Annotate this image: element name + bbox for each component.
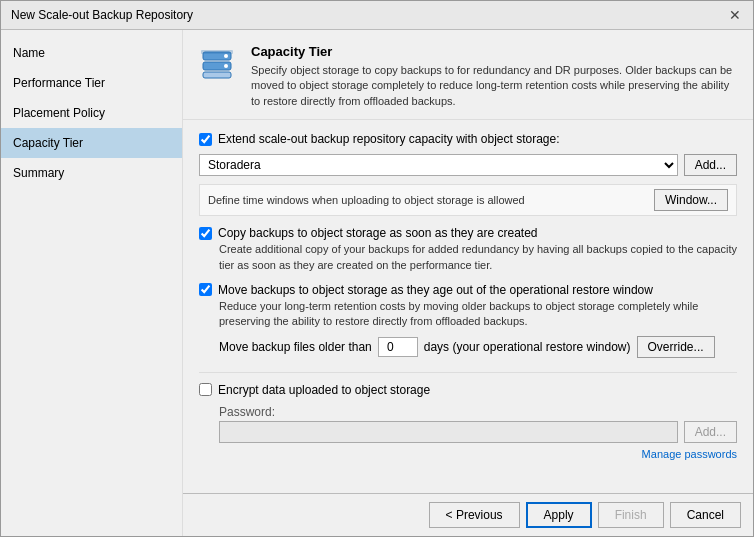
svg-point-4 — [224, 64, 228, 68]
copy-label: Copy backups to object storage as soon a… — [218, 226, 538, 240]
copy-checkbox[interactable] — [199, 227, 212, 240]
copy-description: Create additional copy of your backups f… — [219, 242, 737, 273]
sidebar: Name Performance Tier Placement Policy C… — [1, 30, 183, 536]
sidebar-item-name[interactable]: Name — [1, 38, 182, 68]
capacity-tier-icon — [199, 44, 239, 84]
define-time-text: Define time windows when uploading to ob… — [208, 194, 525, 206]
add-storage-button[interactable]: Add... — [684, 154, 737, 176]
sidebar-item-placement-policy[interactable]: Placement Policy — [1, 98, 182, 128]
svg-rect-5 — [201, 50, 233, 54]
override-button[interactable]: Override... — [637, 336, 715, 358]
copy-checkbox-line: Copy backups to object storage as soon a… — [199, 226, 737, 240]
password-label-text: Password: — [219, 405, 737, 419]
header-text: Capacity Tier Specify object storage to … — [251, 44, 737, 109]
dialog-body: Name Performance Tier Placement Policy C… — [1, 30, 753, 536]
encrypt-checkbox-row: Encrypt data uploaded to object storage — [199, 383, 737, 397]
extend-checkbox[interactable] — [199, 133, 212, 146]
content-area: Extend scale-out backup repository capac… — [183, 120, 753, 493]
extend-label: Extend scale-out backup repository capac… — [218, 132, 560, 146]
copy-option-block: Copy backups to object storage as soon a… — [199, 226, 737, 273]
main-content: Capacity Tier Specify object storage to … — [183, 30, 753, 536]
move-days-row: Move backup files older than days (your … — [219, 336, 737, 358]
dialog-title: New Scale-out Backup Repository — [11, 8, 193, 22]
move-suffix-text: days (your operational restore window) — [424, 340, 631, 354]
header-section: Capacity Tier Specify object storage to … — [183, 30, 753, 120]
window-button[interactable]: Window... — [654, 189, 728, 211]
extend-checkbox-row: Extend scale-out backup repository capac… — [199, 132, 737, 146]
header-title: Capacity Tier — [251, 44, 737, 59]
move-checkbox-line: Move backups to object storage as they a… — [199, 283, 737, 297]
finish-button[interactable]: Finish — [598, 502, 664, 528]
password-input-row: Add... — [219, 421, 737, 443]
title-bar: New Scale-out Backup Repository ✕ — [1, 1, 753, 30]
move-option-block: Move backups to object storage as they a… — [199, 283, 737, 358]
encrypt-label: Encrypt data uploaded to object storage — [218, 383, 430, 397]
password-input[interactable] — [219, 421, 678, 443]
cancel-button[interactable]: Cancel — [670, 502, 741, 528]
move-prefix-text: Move backup files older than — [219, 340, 372, 354]
storage-dropdown[interactable]: Storadera — [199, 154, 678, 176]
move-days-input[interactable] — [378, 337, 418, 357]
encrypt-checkbox[interactable] — [199, 383, 212, 396]
close-button[interactable]: ✕ — [727, 7, 743, 23]
apply-button[interactable]: Apply — [526, 502, 592, 528]
footer: < Previous Apply Finish Cancel — [183, 493, 753, 536]
move-description: Reduce your long-term retention costs by… — [219, 299, 737, 330]
sidebar-item-performance-tier[interactable]: Performance Tier — [1, 68, 182, 98]
encrypt-section: Encrypt data uploaded to object storage … — [199, 372, 737, 461]
move-label: Move backups to object storage as they a… — [218, 283, 653, 297]
define-time-row: Define time windows when uploading to ob… — [199, 184, 737, 216]
manage-passwords-link[interactable]: Manage passwords — [642, 448, 737, 460]
svg-point-3 — [224, 54, 228, 58]
manage-passwords-container: Manage passwords — [239, 447, 737, 461]
previous-button[interactable]: < Previous — [429, 502, 520, 528]
password-add-button[interactable]: Add... — [684, 421, 737, 443]
storage-select-row: Storadera Add... — [199, 154, 737, 176]
svg-rect-2 — [203, 72, 231, 78]
header-description: Specify object storage to copy backups t… — [251, 63, 737, 109]
password-section: Password: Add... Manage passwords — [219, 405, 737, 461]
move-checkbox[interactable] — [199, 283, 212, 296]
sidebar-item-capacity-tier[interactable]: Capacity Tier — [1, 128, 182, 158]
dialog: New Scale-out Backup Repository ✕ Name P… — [0, 0, 754, 537]
sidebar-item-summary[interactable]: Summary — [1, 158, 182, 188]
